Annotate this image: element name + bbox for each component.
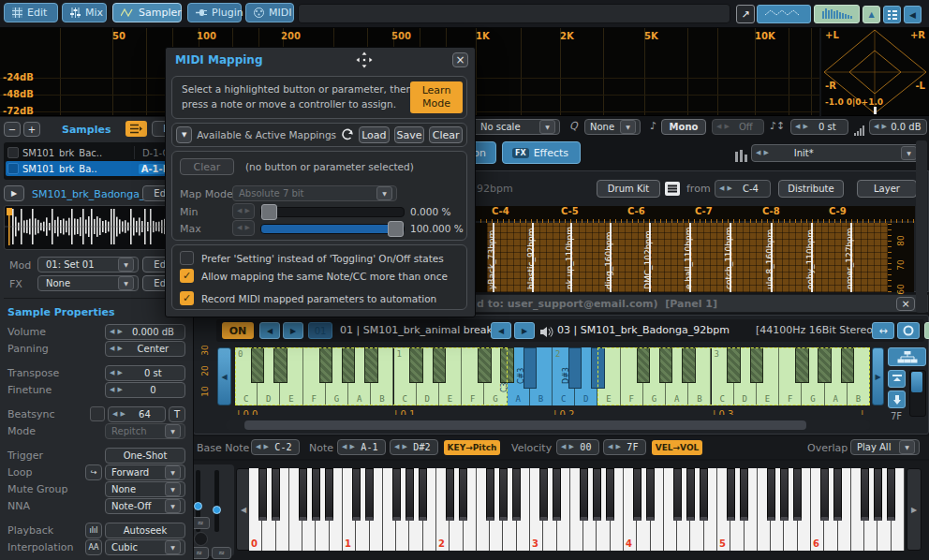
sample-row[interactable]: SM101_brk_Bac.. D-1-G#1 [6,145,187,160]
black-key[interactable] [793,468,802,521]
black-key[interactable] [251,347,265,383]
black-key[interactable] [861,468,869,521]
tab-edit[interactable]: Edit [4,3,58,22]
loop-icon[interactable]: ↪ [85,464,102,480]
wheel-snap-button-2[interactable]: ≈ [212,547,231,559]
black-key[interactable] [325,468,333,521]
black-key[interactable] [833,468,842,521]
black-key[interactable] [580,468,588,521]
goniometer[interactable]: +L +R -R -L -1.0 0|0+1.0 [821,28,929,116]
base-note-spin[interactable]: ◀▶ C-2 [251,439,300,455]
tab-sampler[interactable]: Sampler [112,3,182,22]
dialog-close-button[interactable]: × [452,52,468,67]
max-slider-handle[interactable] [388,221,404,237]
black-key[interactable] [795,347,809,383]
black-key[interactable] [272,468,280,521]
wheel-mode-button[interactable]: ≈ [191,517,210,529]
black-key[interactable] [874,468,882,521]
black-key[interactable] [646,468,655,521]
black-key[interactable] [365,468,374,521]
add-sample-button[interactable]: + [23,122,40,137]
swap-arrows-icon[interactable]: ↔ [872,322,894,339]
zone-slot-button[interactable]: 01 [308,322,332,339]
play-sample-button[interactable]: ▶ [4,185,24,201]
key-pitch-toggle[interactable]: KEY→Pitch [444,440,500,455]
fullscreen-icon[interactable] [924,322,929,339]
zone-prev-button[interactable]: ◀ [259,322,280,339]
beatsync-checkbox[interactable] [90,406,105,421]
target-icon[interactable] [897,322,920,339]
black-key[interactable] [352,468,361,521]
black-key[interactable] [512,468,521,521]
mod-wheel[interactable] [214,470,219,532]
black-key[interactable] [818,347,832,383]
mono-button[interactable]: Mono [661,119,706,135]
black-key[interactable] [740,468,748,521]
map-mode-select[interactable]: Absolute 7 bit ▼ [232,185,397,201]
black-key[interactable] [767,468,775,521]
spectrum-button[interactable] [814,5,860,23]
black-key[interactable] [633,468,641,521]
dialog-title-bar[interactable]: MIDI Mapping × [166,48,475,72]
save-button[interactable]: Save [394,126,425,143]
min-slider[interactable] [260,207,405,217]
knob[interactable] [194,532,208,546]
zone-keyboard[interactable]: C0DEFGABC1DEFGAC3BC2DEFGABC3DEFGABC#3D#3 [235,347,870,405]
black-key[interactable] [539,468,548,521]
black-key[interactable] [593,468,601,521]
list-view-icon[interactable] [883,6,901,23]
allow-mapping-checkbox[interactable]: ✓ [180,269,194,283]
collapse-up-icon[interactable]: ▲ [863,6,880,23]
pitch-wheel-handle[interactable] [194,502,202,510]
tab-midi[interactable]: MIDI [245,3,294,22]
status-close-button[interactable]: × [896,297,915,311]
loop-select[interactable]: Forward▼ [105,464,185,480]
zone-velocity-slider[interactable] [909,370,926,417]
black-key[interactable] [312,468,320,521]
black-key[interactable] [780,468,789,521]
clear-selection-button[interactable]: Clear [180,158,234,175]
beatsync-spin[interactable]: ◀▶64 [108,406,166,422]
velocity-low-spin[interactable]: ◀▶ 00 [556,439,599,455]
drum-kit-button[interactable]: Drum Kit [597,180,660,198]
black-key[interactable] [319,347,333,383]
piano-keyboard[interactable]: 0123456 [249,468,905,551]
zone-h-scrollbar[interactable] [226,420,870,430]
mod-select[interactable]: 01: Set 01 ▼ [37,257,139,273]
black-key[interactable] [406,468,414,521]
playback-icon[interactable]: ılıl [85,523,102,538]
note-high-spin[interactable]: ◀▶ D#2 [390,439,438,455]
black-key[interactable] [446,468,454,521]
tab-mix[interactable]: Mix [62,3,107,22]
zone-scroll-right[interactable]: ▶ [872,347,884,405]
black-key[interactable] [499,468,508,521]
black-key[interactable]: D#3 [568,347,582,389]
black-key[interactable] [364,347,378,383]
zone-next-button[interactable]: ▶ [283,322,303,339]
oscilloscope-button[interactable] [757,5,811,23]
transpose-spin[interactable]: ◀▶0 st [105,365,185,381]
fx-select[interactable]: None ▼ [37,275,139,291]
refresh-icon[interactable] [341,126,354,144]
black-key[interactable] [342,347,356,383]
max-spin[interactable]: ◀▶ [232,220,255,236]
load-button[interactable]: Load [359,126,390,143]
glide-spin[interactable]: ◀▶ Off [712,119,764,135]
interpolation-select[interactable]: Cubic▼ [105,539,185,555]
black-key[interactable] [820,468,829,521]
row-checkbox[interactable] [7,163,19,174]
black-key[interactable] [727,347,741,383]
black-key[interactable] [553,468,561,521]
panel-scrollbar[interactable] [916,140,927,313]
layer-button[interactable]: Layer [857,180,917,198]
remove-sample-button[interactable]: − [4,122,21,137]
black-key[interactable] [258,468,267,521]
sample-next-button[interactable]: ▶ [514,322,535,339]
black-key[interactable] [419,468,427,521]
sample-prev-button[interactable]: ◀ [491,322,511,339]
black-key[interactable] [637,347,651,383]
row-checkbox[interactable] [7,147,19,158]
tab-plugin[interactable]: Plugin [187,3,242,22]
distribute-button[interactable]: Distribute [778,180,844,198]
piano-scroll-right[interactable]: ▶ [907,468,922,551]
